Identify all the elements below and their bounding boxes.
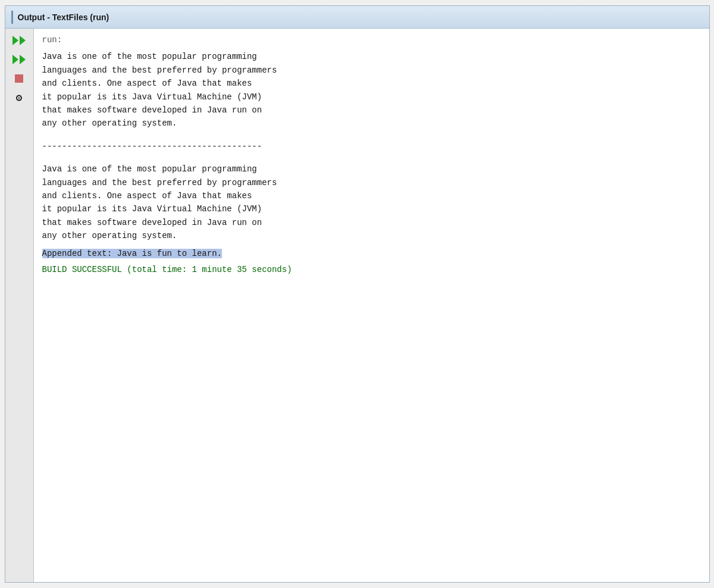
run-again-icon <box>12 36 26 45</box>
output-area[interactable]: run: Java is one of the most popular pro… <box>34 29 709 582</box>
run-label: run: <box>42 33 701 46</box>
run-button[interactable] <box>10 51 29 68</box>
toolbar: ⚙ <box>5 29 34 582</box>
stop-icon <box>15 74 23 83</box>
settings-button[interactable]: ⚙ <box>10 89 29 106</box>
appended-text: Appended text: Java is fun to learn. <box>42 249 222 258</box>
appended-block: Appended text: Java is fun to learn. <box>42 247 701 260</box>
gear-icon: ⚙ <box>16 91 23 104</box>
run-again-button[interactable] <box>10 32 29 49</box>
title-bar: Output - TextFiles (run) <box>5 6 709 29</box>
paragraph2: Java is one of the most popular programm… <box>42 162 701 242</box>
stop-button[interactable] <box>10 70 29 87</box>
content-area: ⚙ run: Java is one of the most popular p… <box>5 29 709 582</box>
output-window: Output - TextFiles (run) ⚙ <box>5 5 710 583</box>
separator: ----------------------------------------… <box>42 140 701 153</box>
paragraph1: Java is one of the most popular programm… <box>42 50 701 130</box>
build-success: BUILD SUCCESSFUL (total time: 1 minute 3… <box>42 263 701 276</box>
title-bar-separator <box>11 11 13 24</box>
run-icon <box>12 55 26 64</box>
window-title: Output - TextFiles (run) <box>18 12 109 22</box>
